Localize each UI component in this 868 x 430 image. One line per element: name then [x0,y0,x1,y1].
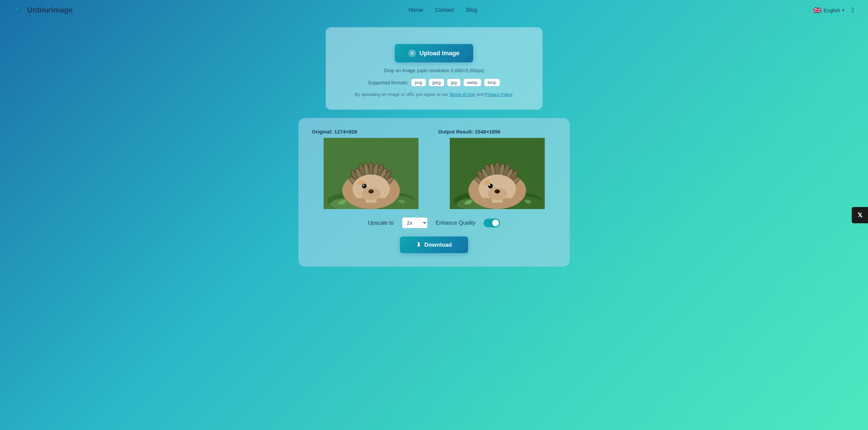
upscale-select[interactable]: 1x 2x 4x [402,217,428,228]
format-png: png [411,79,426,86]
format-bmp: bmp [484,79,500,86]
download-button[interactable]: ⬇ Download [400,237,468,253]
enhance-quality-label: Enhance Quality [436,220,476,226]
nav-home[interactable]: Home [409,7,423,13]
format-jpg: jpg [447,79,460,86]
download-label: Download [424,242,452,248]
upload-card: + Upload Image Drop an Image (upto resol… [326,27,543,110]
formats-label: Supported formats: [368,80,408,85]
output-image-col: Output Result: 2548×1856 [438,129,556,209]
x-social-button[interactable]: 𝕏 [852,207,868,223]
svg-point-46 [495,189,500,193]
nav-contact[interactable]: Contact [435,7,454,13]
logo-icon [14,5,24,16]
controls-row: Upscale to 1x 2x 4x Enhance Quality [368,217,500,228]
download-icon: ⬇ [416,241,421,248]
svg-point-19 [363,185,364,186]
upscale-label: Upscale to [368,220,394,226]
upload-button[interactable]: + Upload Image [395,44,473,62]
main-content: + Upload Image Drop an Image (upto resol… [0,20,868,287]
svg-point-49 [502,198,513,203]
original-label: Original: 1274×928 [312,129,430,135]
original-image-col: Original: 1274×928 [312,129,430,209]
plus-icon: + [408,49,416,57]
images-row: Original: 1274×928 [312,129,556,209]
chevron-down-icon: ▾ [842,8,844,13]
output-label: Output Result: 2548×1856 [438,129,556,135]
toggle-knob [492,220,499,226]
svg-point-22 [356,198,366,203]
logo-link[interactable]: Unblurimage [14,5,73,16]
terms-text: By uploading an image or URL you agree t… [355,92,513,97]
language-selector[interactable]: 🇬🇧 English ▾ [813,6,844,14]
language-label: English [824,7,840,13]
nav-blog[interactable]: Blog [466,7,477,13]
theme-toggle-icon[interactable]: ☽ [848,6,854,14]
format-jpeg: jpeg [429,79,445,86]
x-icon: 𝕏 [857,211,863,219]
result-card: Original: 1274×928 [298,118,570,267]
original-image [312,138,430,209]
upload-button-label: Upload Image [419,50,459,57]
terms-link[interactable]: Terms of Use [449,92,475,97]
svg-point-45 [488,184,490,186]
navbar: Unblurimage Home Contact Blog 🇬🇧 English… [0,0,868,20]
svg-point-23 [376,198,386,203]
svg-point-20 [368,189,374,193]
formats-row: Supported formats: png jpeg jpg webp bmp [368,79,500,86]
output-image [438,138,556,209]
enhance-quality-toggle[interactable] [484,219,500,227]
privacy-link[interactable]: Privacy Policy [485,92,512,97]
nav-links: Home Contact Blog [409,7,477,13]
flag-icon: 🇬🇧 [813,6,822,14]
svg-point-48 [482,198,492,203]
logo-text: Unblurimage [27,6,73,15]
nav-right: 🇬🇧 English ▾ ☽ [813,6,854,14]
format-webp: webp [463,79,481,86]
drop-text: Drop an Image (upto resolution 5,000×5,0… [384,68,484,73]
